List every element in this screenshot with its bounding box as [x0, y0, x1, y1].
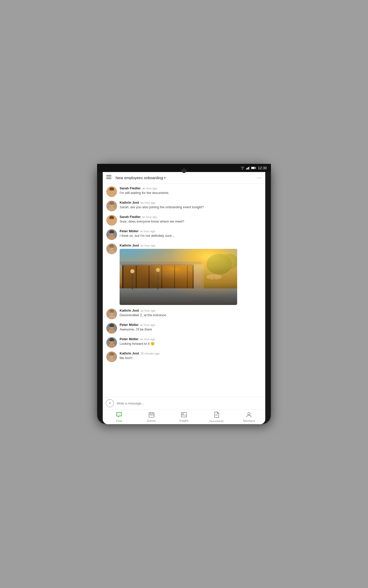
- menu-icon[interactable]: [106, 175, 111, 180]
- svg-rect-0: [246, 168, 247, 169]
- nav-item-images[interactable]: Images: [168, 410, 200, 424]
- message-header: Peter Mülleran hour ago: [120, 323, 262, 327]
- svg-point-19: [108, 207, 115, 211]
- svg-rect-47: [201, 269, 237, 297]
- message-row: Sarah Fiedleran hour agoSure, does every…: [106, 215, 262, 226]
- message-header: Peter Mülleran hour ago: [120, 337, 262, 341]
- message-input[interactable]: [117, 401, 262, 405]
- avatar: [106, 323, 117, 334]
- message-content: Sarah Fiedleran hour agoSure, does every…: [120, 215, 262, 224]
- svg-point-14: [108, 193, 115, 196]
- documents-icon: [214, 412, 219, 419]
- svg-point-54: [130, 269, 134, 273]
- message-content: Kathrin Jostan hour agoSarah, are you al…: [120, 201, 262, 210]
- svg-rect-35: [120, 249, 237, 305]
- message-row: Peter Mülleran hour agoAwesome, I'll be …: [106, 323, 262, 334]
- svg-point-76: [108, 358, 115, 361]
- device: 12:30 New employees onboarding ▾ ···: [97, 164, 271, 424]
- svg-rect-81: [150, 415, 151, 415]
- avatar: [106, 309, 117, 319]
- channel-title[interactable]: New employees onboarding ▾: [116, 176, 257, 180]
- message-row: Peter Mülleran hour agoI think so, but I…: [106, 229, 262, 240]
- message-text: I think so, but I'm not definitely sure.…: [120, 234, 262, 238]
- nav-item-documents[interactable]: Documents: [200, 410, 233, 424]
- message-content: Peter Mülleran hour agoLooking forward t…: [120, 337, 262, 346]
- chat-icon: [116, 412, 122, 419]
- sender-name: Peter Müller: [120, 323, 139, 327]
- sender-name: Kathrin Jost: [120, 243, 139, 247]
- avatar: [106, 229, 117, 240]
- svg-rect-82: [151, 415, 152, 415]
- svg-point-66: [108, 329, 115, 333]
- signal-icon: [246, 166, 250, 169]
- message-text: Sarah, are you also joining the onboardi…: [120, 205, 262, 210]
- message-input-area: +: [103, 397, 265, 409]
- message-header: Kathrin Jostan hour ago: [120, 309, 262, 312]
- screen: New employees onboarding ▾ ··· Sarah Fie…: [103, 172, 265, 424]
- svg-rect-9: [106, 178, 111, 179]
- message-time: an hour ago: [140, 230, 155, 233]
- images-icon: [181, 412, 187, 418]
- svg-point-71: [108, 344, 115, 347]
- status-bar: 12:30: [97, 164, 271, 172]
- message-time: an hour ago: [142, 187, 157, 190]
- battery-icon: [251, 166, 256, 169]
- channel-name: New employees onboarding: [116, 176, 163, 180]
- message-content: Kathrin Jostan hour agoGessnerallee 2, a…: [120, 309, 262, 317]
- message-text: I'm still waiting for the documents.: [120, 191, 262, 195]
- message-text: Sure, does everyone know where we meet?: [120, 219, 262, 224]
- bottom-navigation: Chat Events Images Documents Members: [103, 409, 265, 424]
- svg-point-24: [108, 221, 115, 225]
- svg-point-34: [108, 250, 115, 253]
- message-header: Kathrin Jostan hour ago: [120, 201, 262, 204]
- svg-rect-8: [106, 177, 111, 178]
- nav-item-chat[interactable]: Chat: [103, 410, 135, 424]
- message-time: 38 minutes ago: [141, 352, 160, 355]
- message-text: Me too!!!: [120, 356, 262, 360]
- message-content: Sarah Fiedleran hour agoI'm still waitin…: [120, 186, 262, 195]
- restaurant-photo[interactable]: [120, 249, 237, 305]
- nav-item-events[interactable]: Events: [135, 410, 168, 424]
- svg-rect-39: [123, 265, 192, 291]
- svg-rect-46: [194, 264, 204, 297]
- message-text: Looking forward to it 🙂: [120, 341, 262, 346]
- sender-name: Kathrin Jost: [120, 201, 139, 204]
- nav-label-members: Members: [243, 419, 255, 422]
- sender-name: Kathrin Jost: [120, 351, 139, 355]
- chat-header: New employees onboarding ▾ ···: [103, 172, 265, 184]
- status-time: 12:30: [258, 166, 267, 170]
- message-row: Kathrin Jost38 minutes agoMe too!!!: [106, 351, 262, 362]
- sender-name: Peter Müller: [120, 229, 139, 233]
- svg-rect-38: [123, 265, 192, 291]
- svg-rect-3: [249, 166, 250, 169]
- avatar: [106, 243, 117, 254]
- sender-name: Kathrin Jost: [120, 309, 139, 312]
- svg-point-50: [206, 274, 222, 279]
- avatar: [106, 186, 117, 197]
- add-attachment-button[interactable]: +: [106, 399, 114, 407]
- message-content: Peter Mülleran hour agoI think so, but I…: [120, 229, 262, 238]
- nav-label-images: Images: [179, 419, 189, 422]
- message-time: an hour ago: [141, 201, 156, 204]
- nav-item-members[interactable]: Members: [233, 410, 265, 424]
- svg-rect-7: [106, 175, 111, 176]
- avatar: [106, 215, 117, 226]
- message-content: Peter Mülleran hour agoAwesome, I'll be …: [120, 323, 262, 332]
- sender-name: Peter Müller: [120, 337, 139, 341]
- message-time: an hour ago: [142, 215, 157, 218]
- svg-point-29: [108, 236, 115, 239]
- message-header: Sarah Fiedleran hour ago: [120, 215, 262, 219]
- message-row: Peter Mülleran hour agoLooking forward t…: [106, 337, 262, 348]
- nav-label-documents: Documents: [209, 420, 224, 423]
- sender-name: Sarah Fiedler: [120, 215, 141, 219]
- svg-rect-36: [120, 249, 237, 305]
- message-header: Peter Mülleran hour ago: [120, 229, 262, 233]
- message-content: Kathrin Jost38 minutes agoMe too!!!: [120, 351, 262, 360]
- wifi-icon: [240, 166, 245, 169]
- message-row: Kathrin Jostan hour agoSarah, are you al…: [106, 201, 262, 211]
- nav-label-chat: Chat: [116, 419, 122, 422]
- svg-point-88: [248, 413, 250, 415]
- svg-point-48: [206, 254, 232, 274]
- sender-name: Sarah Fiedler: [120, 186, 141, 190]
- more-options-icon[interactable]: ···: [257, 175, 262, 180]
